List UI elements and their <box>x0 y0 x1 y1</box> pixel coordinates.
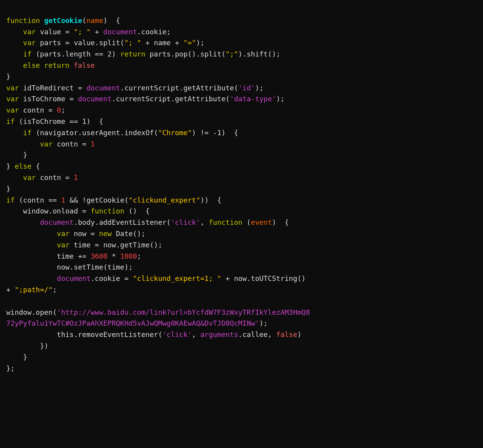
code-editor: function getCookie(name) { var value = "… <box>6 4 477 385</box>
keyword-var-3: var <box>6 84 19 92</box>
string-clickund: "clickund_expert" <box>128 196 200 204</box>
string-data-type: 'data-type' <box>230 95 276 103</box>
string-semicolon-2: "; " <box>124 39 141 47</box>
num-1-1: 1 <box>91 140 95 148</box>
object-document-1: document <box>103 28 137 36</box>
code-content: function getCookie(name) { var value = "… <box>6 15 477 374</box>
window-open-call: window.open('http://www.baidu.com/link?u… <box>6 308 310 316</box>
num-0-1: 0 <box>57 106 61 114</box>
keyword-var-1: var <box>23 28 36 36</box>
keyword-if-3: if <box>23 129 32 137</box>
keyword-return-2: return <box>44 61 70 69</box>
string-semicolon: "; " <box>74 28 90 36</box>
string-equals: "=" <box>183 39 196 47</box>
keyword-var-9: var <box>57 241 70 249</box>
string-semi: ";" <box>226 50 239 58</box>
string-cookie-val: "clickund_expert=1; " <box>133 274 221 282</box>
keyword-else-1: else <box>23 61 40 69</box>
keyword-var-5: var <box>6 106 19 114</box>
keyword-var-4: var <box>6 95 19 103</box>
string-url: 'http://www.baidu.com/link?url=bYcfdW7F3… <box>57 308 310 316</box>
keyword-if-2: if <box>6 117 15 125</box>
keyword-function-2: function <box>91 207 125 215</box>
num-1000: 1000 <box>120 252 137 260</box>
object-document-2: document <box>86 84 120 92</box>
keyword-function-1: function <box>6 16 40 25</box>
bool-false-2: false <box>276 330 297 339</box>
keyword-var-2: var <box>23 39 36 47</box>
string-click-2: 'click' <box>162 330 192 339</box>
object-document-3: document <box>78 95 112 103</box>
num-1-2: 1 <box>74 173 78 182</box>
keyword-return-1: return <box>120 50 146 58</box>
object-arguments: arguments <box>200 330 239 339</box>
keyword-if-1: if <box>23 50 32 58</box>
object-document-4: document <box>40 218 74 226</box>
object-document-5: document <box>57 274 91 282</box>
num-3600: 3600 <box>91 252 107 260</box>
keyword-function-3: function <box>209 218 242 226</box>
string-click-1: 'click' <box>171 218 200 226</box>
string-url-2: 72yPyfalu1YwTC#OzJPaAhXEPRQKHd5vAJwQMwg0… <box>6 319 259 327</box>
keyword-else-2: else <box>15 162 32 170</box>
keyword-new: new <box>99 229 112 238</box>
string-id: 'id' <box>238 84 255 92</box>
string-chrome: "Chrome" <box>158 129 192 137</box>
string-path: ";path=/" <box>15 286 53 294</box>
bool-false-1: false <box>74 61 95 69</box>
keyword-var-8: var <box>57 229 70 238</box>
param-event: event <box>251 218 272 226</box>
keyword-if-4: if <box>6 196 15 204</box>
param-name: name <box>86 16 103 25</box>
keyword-var-6: var <box>40 140 53 148</box>
keyword-var-7: var <box>23 173 36 182</box>
num-1-3: 1 <box>61 196 65 204</box>
function-name-getCookie: getCookie <box>44 16 83 25</box>
